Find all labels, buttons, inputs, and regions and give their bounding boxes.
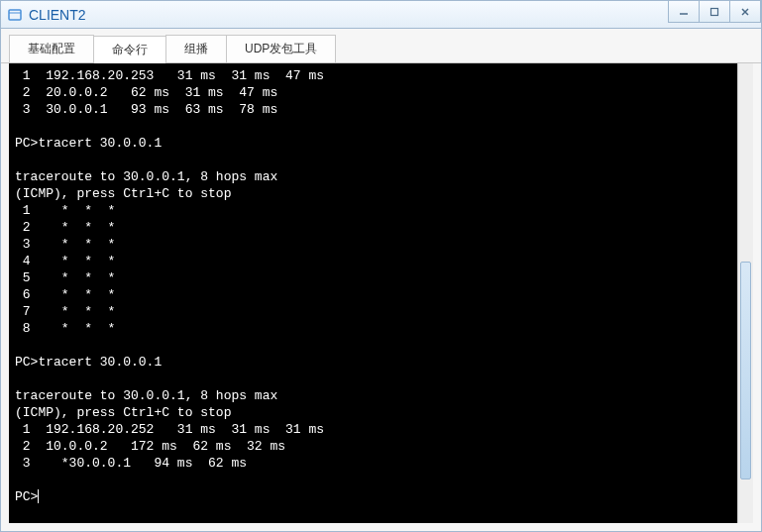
tab-basic-config[interactable]: 基础配置 — [9, 35, 94, 62]
scrollbar-track[interactable] — [737, 63, 753, 523]
tab-bar: 基础配置 命令行 组播 UDP发包工具 — [1, 29, 761, 63]
window-title: CLIENT2 — [29, 7, 86, 23]
minimize-button[interactable] — [668, 1, 700, 23]
svg-rect-3 — [711, 8, 718, 15]
maximize-button[interactable] — [699, 1, 730, 23]
tab-udp-tool[interactable]: UDP发包工具 — [226, 35, 336, 62]
close-button[interactable] — [729, 1, 761, 23]
terminal[interactable]: 1 192.168.20.253 31 ms 31 ms 47 ms 2 20.… — [9, 63, 737, 523]
tab-command-line[interactable]: 命令行 — [93, 36, 166, 63]
window-controls — [669, 1, 761, 23]
svg-rect-0 — [9, 10, 21, 20]
app-icon — [7, 7, 23, 23]
terminal-cursor — [38, 489, 39, 503]
app-window: CLIENT2 基础配置 命令行 组播 UDP发包工具 1 192.168.20… — [0, 0, 762, 532]
terminal-container: 1 192.168.20.253 31 ms 31 ms 47 ms 2 20.… — [1, 63, 761, 531]
titlebar[interactable]: CLIENT2 — [1, 1, 761, 29]
scrollbar-thumb[interactable] — [740, 262, 751, 479]
tab-multicast[interactable]: 组播 — [165, 35, 227, 62]
